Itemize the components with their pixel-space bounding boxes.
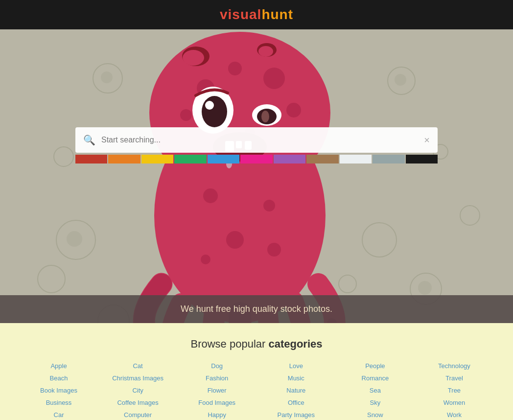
category-link-cat[interactable]: Cat [109,362,167,370]
hero-background [0,29,513,323]
logo-hunt: hunt [261,7,293,22]
category-link-nature[interactable]: Nature [267,387,326,394]
category-link-car[interactable]: Car [29,411,88,419]
category-link-computer[interactable]: Computer [109,411,167,419]
color-filter-8[interactable] [340,155,372,163]
color-filter-row [75,155,438,163]
svg-point-19 [263,68,285,89]
color-filter-4[interactable] [208,155,239,163]
logo-visual: visual [220,7,261,22]
tagline-text: We hunt free high quality stock photos. [181,304,332,314]
category-link-travel[interactable]: Travel [425,374,484,382]
svg-point-11 [418,281,432,295]
category-link-snow[interactable]: Snow [346,411,404,419]
clear-search-button[interactable]: × [424,135,430,146]
category-link-dog[interactable]: Dog [187,362,246,370]
category-link-christmas-images[interactable]: Christmas Images [109,374,167,382]
category-link-fashion[interactable]: Fashion [187,374,246,382]
hero-section: 🔍 × We hunt free high quality stock phot… [0,29,513,323]
svg-point-29 [267,243,281,257]
category-link-women[interactable]: Women [425,399,484,406]
search-bar: 🔍 × [75,127,438,153]
category-link-party-images[interactable]: Party Images [267,411,326,419]
category-link-coffee-images[interactable]: Coffee Images [109,399,167,406]
color-filter-3[interactable] [174,155,206,163]
categories-grid: AppleBeachBook ImagesBusinessCarCatChris… [29,362,484,419]
browse-title-start: Browse popular [190,338,268,350]
category-column-0: AppleBeachBook ImagesBusinessCar [29,362,88,419]
svg-point-21 [180,109,192,121]
color-filter-5[interactable] [240,155,272,163]
category-link-book-images[interactable]: Book Images [29,387,88,394]
category-link-technology[interactable]: Technology [425,362,484,370]
category-column-2: DogFashionFlowerFood ImagesHappy [187,362,246,419]
category-column-3: LoveMusicNatureOfficeParty Images [267,362,326,419]
svg-point-44 [258,46,273,57]
search-icon: 🔍 [83,134,95,146]
browse-section: Browse popular categories AppleBeachBook… [0,323,513,420]
svg-point-42 [183,50,204,66]
category-link-romance[interactable]: Romance [346,374,404,382]
svg-point-17 [149,32,330,193]
svg-point-7 [395,74,406,86]
search-container: 🔍 × [75,127,438,163]
tagline-banner: We hunt free high quality stock photos. [0,295,513,323]
category-column-1: CatChristmas ImagesCityCoffee ImagesComp… [109,362,167,419]
category-link-office[interactable]: Office [267,399,326,406]
svg-point-28 [201,255,210,264]
color-filter-2[interactable] [141,155,173,163]
site-header: visualhunt [0,0,513,29]
svg-point-25 [203,188,218,203]
category-link-city[interactable]: City [109,387,167,394]
svg-point-20 [228,62,242,75]
category-link-people[interactable]: People [346,362,404,370]
color-filter-7[interactable] [306,155,338,163]
category-link-work[interactable]: Work [425,411,484,419]
category-link-love[interactable]: Love [267,362,326,370]
browse-title-bold: categories [268,338,322,350]
color-filter-9[interactable] [373,155,404,163]
color-filter-6[interactable] [274,155,305,163]
category-column-5: TechnologyTravelTreeWomenWork [425,362,484,419]
svg-point-22 [286,103,301,117]
browse-title: Browse popular categories [29,338,484,350]
category-link-music[interactable]: Music [267,374,326,382]
svg-point-35 [261,111,269,122]
color-filter-1[interactable] [108,155,140,163]
svg-point-31 [202,96,227,127]
category-link-business[interactable]: Business [29,399,88,406]
svg-point-2 [101,71,113,83]
svg-point-4 [67,231,82,247]
svg-point-26 [263,200,275,211]
svg-point-27 [226,231,244,249]
category-link-sea[interactable]: Sea [346,387,404,394]
color-filter-10[interactable] [406,155,438,163]
site-logo[interactable]: visualhunt [220,7,293,23]
category-link-beach[interactable]: Beach [29,374,88,382]
color-filter-0[interactable] [75,155,107,163]
category-link-apple[interactable]: Apple [29,362,88,370]
category-link-sky[interactable]: Sky [346,399,404,406]
category-link-happy[interactable]: Happy [187,411,246,419]
category-link-tree[interactable]: Tree [425,387,484,394]
category-link-food-images[interactable]: Food Images [187,399,246,406]
search-input[interactable] [101,136,424,144]
category-link-flower[interactable]: Flower [187,387,246,394]
category-column-4: PeopleRomanceSeaSkySnow [346,362,404,419]
svg-point-32 [205,101,214,110]
